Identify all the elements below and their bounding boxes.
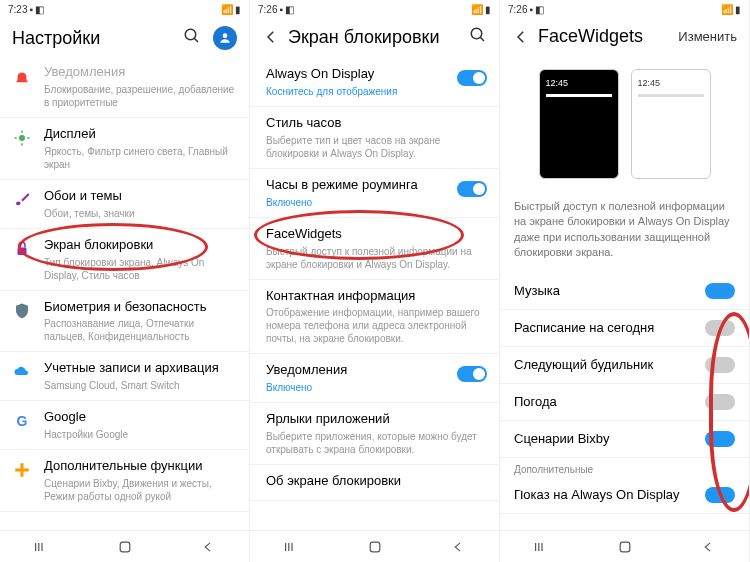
svg-rect-24	[620, 542, 630, 552]
settings-item-notifications[interactable]: Уведомления Блокирование, разрешение, до…	[0, 60, 249, 118]
item-sub: Включено	[266, 196, 487, 209]
item-title: Об экране блокировки	[266, 473, 487, 490]
item-notifications[interactable]: Уведомления Включено	[250, 354, 499, 403]
brush-icon	[12, 190, 32, 210]
settings-item-display[interactable]: Дисплей Яркость, Фильтр синего света, Гл…	[0, 118, 249, 180]
status-bar: 7:26▪◧ 📶▮	[250, 0, 499, 18]
preview-time: 12:45	[544, 74, 614, 92]
page-title: Настройки	[12, 28, 183, 49]
item-sub: Коснитесь для отображения	[266, 85, 487, 98]
section-label: Дополнительные	[500, 458, 749, 477]
toggle[interactable]	[457, 70, 487, 86]
item-title: Уведомления	[266, 362, 487, 379]
item-app-shortcuts[interactable]: Ярлыки приложений Выберите приложения, к…	[250, 403, 499, 465]
screen-settings: 7:23▪◧ 📶▮ Настройки Уведомления Блокиров…	[0, 0, 250, 562]
notif-icon: ◧	[35, 4, 44, 15]
item-sub: Блокирование, разрешение, добавление в п…	[44, 83, 237, 109]
back-button[interactable]	[188, 540, 228, 554]
item-roaming-clock[interactable]: Часы в режиме роуминга Включено	[250, 169, 499, 218]
item-about-lockscreen[interactable]: Об экране блокировки	[250, 465, 499, 501]
item-title: Показ на Always On Display	[514, 487, 680, 502]
item-title: Дополнительные функции	[44, 458, 237, 475]
item-title: Google	[44, 409, 237, 426]
settings-item-wallpaper[interactable]: Обои и темы Обои, темы, значки	[0, 180, 249, 229]
notif-icon: ◧	[535, 4, 544, 15]
settings-item-biometrics[interactable]: Биометрия и безопасность Распознавание л…	[0, 291, 249, 353]
recents-button[interactable]	[272, 540, 312, 554]
notif-icon: ▪	[529, 4, 533, 15]
toggle[interactable]	[457, 181, 487, 197]
page-title: FaceWidgets	[538, 26, 678, 47]
settings-item-accounts[interactable]: Учетные записи и архивация Samsung Cloud…	[0, 352, 249, 401]
search-icon[interactable]	[183, 27, 201, 49]
avatar[interactable]	[213, 26, 237, 50]
notif-icon: ▪	[29, 4, 33, 15]
shield-icon	[12, 301, 32, 321]
toggle[interactable]	[705, 357, 735, 373]
item-title: Часы в режиме роуминга	[266, 177, 487, 194]
sun-icon	[12, 128, 32, 148]
toggle[interactable]	[705, 394, 735, 410]
screen-facewidgets: 7:26▪◧ 📶▮ FaceWidgets Изменить 12:45 12:…	[500, 0, 750, 562]
toggle[interactable]	[457, 366, 487, 382]
item-sub: Отображение информации, например вашего …	[266, 306, 487, 345]
item-title: Дисплей	[44, 126, 237, 143]
svg-line-16	[480, 37, 484, 41]
item-title: Ярлыки приложений	[266, 411, 487, 428]
widget-item-alarm[interactable]: Следующий будильник	[500, 347, 749, 384]
header: Экран блокировки	[250, 18, 499, 58]
svg-point-0	[185, 29, 196, 40]
widget-item-aod-show[interactable]: Показ на Always On Display	[500, 477, 749, 514]
item-sub: Включено	[266, 381, 487, 394]
back-button[interactable]	[688, 540, 728, 554]
preview-row: 12:45 12:45	[500, 57, 749, 191]
item-sub: Выберите тип и цвет часов на экране блок…	[266, 134, 487, 160]
battery-icon: ▮	[235, 4, 241, 15]
item-facewidgets[interactable]: FaceWidgets Быстрый доступ к полезной ин…	[250, 218, 499, 280]
item-sub: Яркость, Фильтр синего света, Главный эк…	[44, 145, 237, 171]
item-sub: Распознавание лица, Отпечатки пальцев, К…	[44, 317, 237, 343]
cloud-icon	[12, 362, 32, 382]
toggle[interactable]	[705, 487, 735, 503]
widget-item-bixby[interactable]: Сценарии Bixby	[500, 421, 749, 458]
settings-item-advanced[interactable]: Дополнительные функции Сценарии Bixby, Д…	[0, 450, 249, 512]
recents-button[interactable]	[522, 540, 562, 554]
toggle[interactable]	[705, 431, 735, 447]
svg-point-3	[19, 135, 25, 141]
home-button[interactable]	[355, 539, 395, 555]
preview-bar	[638, 94, 704, 97]
item-clock-style[interactable]: Стиль часов Выберите тип и цвет часов на…	[250, 107, 499, 169]
item-title: Биометрия и безопасность	[44, 299, 237, 316]
back-icon[interactable]	[512, 28, 530, 46]
lock-icon	[12, 239, 32, 259]
item-contact-info[interactable]: Контактная информация Отображение информ…	[250, 280, 499, 355]
preview-light[interactable]: 12:45	[631, 69, 711, 179]
svg-point-15	[471, 28, 482, 39]
home-button[interactable]	[605, 539, 645, 555]
header: Настройки	[0, 18, 249, 60]
back-icon[interactable]	[262, 28, 280, 46]
settings-item-google[interactable]: G Google Настройки Google	[0, 401, 249, 450]
widget-item-weather[interactable]: Погода	[500, 384, 749, 421]
item-title: Уведомления	[44, 64, 237, 81]
svg-rect-14	[120, 542, 130, 552]
header: FaceWidgets Изменить	[500, 18, 749, 57]
settings-list: Уведомления Блокирование, разрешение, до…	[0, 60, 249, 530]
recents-button[interactable]	[22, 540, 62, 554]
back-button[interactable]	[438, 540, 478, 554]
item-sub: Быстрый доступ к полезной информации на …	[266, 245, 487, 271]
preview-dark[interactable]: 12:45	[539, 69, 619, 179]
edit-button[interactable]: Изменить	[678, 29, 737, 44]
google-icon: G	[12, 411, 32, 431]
widget-item-schedule[interactable]: Расписание на сегодня	[500, 310, 749, 347]
item-aod[interactable]: Always On Display Коснитесь для отображе…	[250, 58, 499, 107]
settings-item-lockscreen[interactable]: Экран блокировки Тип блокировки экрана, …	[0, 229, 249, 291]
search-icon[interactable]	[469, 26, 487, 48]
toggle[interactable]	[705, 283, 735, 299]
toggle[interactable]	[705, 320, 735, 336]
item-title: Учетные записи и архивация	[44, 360, 237, 377]
home-button[interactable]	[105, 539, 145, 555]
widget-item-music[interactable]: Музыка	[500, 273, 749, 310]
svg-point-2	[223, 33, 228, 38]
item-title: Расписание на сегодня	[514, 320, 654, 335]
